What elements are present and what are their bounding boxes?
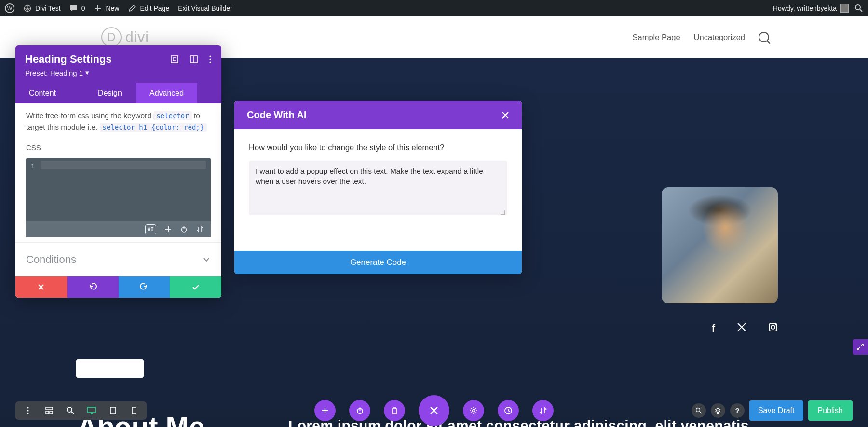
dashboard-icon xyxy=(23,4,32,13)
phone-icon[interactable] xyxy=(129,406,139,415)
publish-button[interactable]: Publish xyxy=(808,400,853,421)
svg-point-27 xyxy=(696,408,700,412)
search-icon xyxy=(854,4,863,13)
instagram-icon[interactable] xyxy=(768,322,778,335)
sort-icon[interactable] xyxy=(196,225,204,233)
svg-point-4 xyxy=(775,324,776,325)
plus-icon xyxy=(94,4,102,13)
close-button[interactable] xyxy=(502,111,509,119)
svg-rect-18 xyxy=(50,411,53,414)
zoom-icon[interactable] xyxy=(66,406,75,415)
builder-right-controls: ? Save Draft Publish xyxy=(692,400,853,421)
conditions-section[interactable]: Conditions xyxy=(15,242,221,276)
svg-rect-5 xyxy=(171,56,178,63)
tab-design[interactable]: Design xyxy=(84,83,136,103)
exit-vb-label: Exit Visual Builder xyxy=(178,4,232,12)
svg-point-25 xyxy=(473,410,475,412)
generate-code-button[interactable]: Generate Code xyxy=(234,251,522,274)
site-nav: Sample Page Uncategorized xyxy=(633,32,769,42)
cancel-button[interactable] xyxy=(15,276,67,298)
code-with-ai-modal: Code With AI How would you like to chang… xyxy=(234,101,522,274)
svg-rect-21 xyxy=(110,407,116,414)
tab-advanced[interactable]: Advanced xyxy=(136,83,197,103)
howdy-text: Howdy, writtenbyekta xyxy=(773,4,837,12)
layers-button[interactable] xyxy=(711,403,725,418)
keyword-selector: selector xyxy=(153,111,191,120)
desktop-icon[interactable] xyxy=(87,406,96,415)
svg-point-14 xyxy=(27,410,28,411)
nav-uncategorized[interactable]: Uncategorized xyxy=(694,33,745,42)
keyword-example: selector h1 {color: red;} xyxy=(100,123,207,132)
power-button[interactable] xyxy=(349,400,370,421)
css-helper-text: Write free-form css using the keyword se… xyxy=(26,110,211,133)
ai-modal-title: Code With AI xyxy=(247,110,307,121)
ai-button[interactable]: AI xyxy=(145,224,156,234)
tablet-icon[interactable] xyxy=(108,406,118,415)
more-icon[interactable] xyxy=(209,55,212,64)
svg-point-15 xyxy=(27,413,28,414)
ai-prompt-textarea[interactable] xyxy=(249,161,507,215)
add-icon[interactable] xyxy=(165,226,172,233)
expand-icon[interactable] xyxy=(170,55,179,64)
comments-menu[interactable]: 0 xyxy=(69,4,85,13)
more-menu-icon[interactable] xyxy=(23,406,33,415)
download-button[interactable] xyxy=(76,359,144,378)
svg-rect-20 xyxy=(88,407,95,413)
site-menu[interactable]: Divi Test xyxy=(23,4,61,13)
x-twitter-icon[interactable] xyxy=(737,322,746,335)
nav-sample-page[interactable]: Sample Page xyxy=(633,33,680,42)
code-line-number: 1 xyxy=(31,162,35,171)
avatar xyxy=(840,4,849,13)
search-icon[interactable] xyxy=(759,32,769,42)
svg-point-1 xyxy=(855,5,860,10)
css-label: CSS xyxy=(26,142,211,153)
admin-search[interactable] xyxy=(854,4,863,13)
new-label: New xyxy=(106,4,119,12)
confirm-button[interactable] xyxy=(170,276,221,298)
svg-rect-22 xyxy=(132,407,136,414)
find-button[interactable] xyxy=(692,403,706,418)
css-code-editor[interactable]: 1 AI xyxy=(26,158,211,237)
resize-handle-icon[interactable] xyxy=(501,210,505,215)
ai-modal-header[interactable]: Code With AI xyxy=(234,101,522,129)
new-menu[interactable]: New xyxy=(94,4,119,13)
trash-button[interactable] xyxy=(384,400,405,421)
close-builder-button[interactable] xyxy=(419,395,449,426)
edit-page-label: Edit Page xyxy=(140,4,169,12)
save-draft-button[interactable]: Save Draft xyxy=(749,400,803,421)
settings-button[interactable] xyxy=(463,400,484,421)
edit-page[interactable]: Edit Page xyxy=(128,4,169,13)
chevron-down-icon: ▾ xyxy=(85,69,89,77)
panel-body: Write free-form css using the keyword se… xyxy=(15,103,221,242)
ai-prompt-label: How would you like to change the style o… xyxy=(249,143,507,152)
expand-panel-tab[interactable] xyxy=(853,339,868,355)
code-toolbar: AI xyxy=(26,221,211,237)
panel-tabs: Content Design Advanced xyxy=(15,83,221,103)
svg-point-19 xyxy=(67,407,72,412)
power-icon[interactable] xyxy=(180,226,188,233)
exit-visual-builder[interactable]: Exit Visual Builder xyxy=(178,4,232,12)
svg-rect-16 xyxy=(46,407,53,410)
builder-bottom-bar: ? Save Draft Publish xyxy=(0,394,868,427)
split-view-icon[interactable] xyxy=(190,55,198,64)
tab-content[interactable]: Content xyxy=(15,83,84,103)
undo-button[interactable] xyxy=(67,276,119,298)
panel-title: Heading Settings xyxy=(25,53,112,66)
svg-point-8 xyxy=(209,55,211,57)
help-button[interactable]: ? xyxy=(730,403,745,418)
panel-footer xyxy=(15,276,221,298)
add-button[interactable] xyxy=(314,400,336,421)
preset-label: Preset: Heading 1 xyxy=(25,69,83,77)
howdy-menu[interactable]: Howdy, writtenbyekta xyxy=(773,4,849,13)
divi-logo[interactable]: D divi xyxy=(101,27,149,47)
facebook-icon[interactable]: f xyxy=(712,322,715,335)
history-button[interactable] xyxy=(498,400,519,421)
wireframe-icon[interactable] xyxy=(44,406,54,415)
wp-admin-bar: W Divi Test 0 New Edit Page xyxy=(0,0,868,16)
wp-logo-menu[interactable]: W xyxy=(5,3,14,13)
ai-modal-body: How would you like to change the style o… xyxy=(234,129,522,222)
panel-header[interactable]: Heading Settings Preset: Heading 1 ▾ xyxy=(15,45,221,83)
preset-selector[interactable]: Preset: Heading 1 ▾ xyxy=(25,69,212,77)
sort-button[interactable] xyxy=(532,400,554,421)
redo-button[interactable] xyxy=(119,276,170,298)
